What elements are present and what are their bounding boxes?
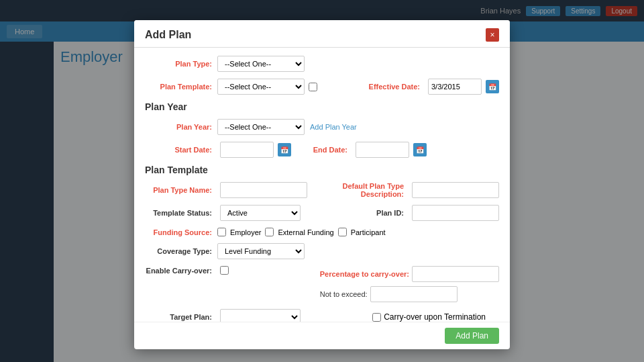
plan-id-input[interactable] xyxy=(412,205,499,221)
coverage-type-label: Coverage Type: xyxy=(145,247,212,255)
end-date-label: End Date: xyxy=(313,146,347,154)
target-plan-row: Target Plan: Carry-over upon Termination xyxy=(145,309,499,322)
target-plan-select[interactable] xyxy=(220,309,301,322)
coverage-type-select[interactable]: Level Funding xyxy=(217,243,305,259)
modal-footer: Add Plan xyxy=(134,322,510,349)
funding-external-checkbox[interactable] xyxy=(265,228,274,236)
template-status-select[interactable]: Active xyxy=(220,205,301,221)
add-plan-year-link[interactable]: Add Plan Year xyxy=(310,123,357,131)
plan-type-name-label: Plan Type Name: xyxy=(145,186,212,194)
plan-id-label: Plan ID: xyxy=(376,209,404,217)
plan-type-row: Plan Type: --Select One-- xyxy=(145,56,499,72)
modal-title: Add Plan xyxy=(145,29,191,41)
start-date-input[interactable] xyxy=(220,142,274,158)
start-date-label: Start Date: xyxy=(145,146,212,154)
plan-type-name-input[interactable] xyxy=(220,182,307,198)
funding-participant-checkbox[interactable] xyxy=(338,228,347,236)
modal-overlay: Add Plan × Plan Type: --Select One-- Pla… xyxy=(0,0,644,362)
plan-year-label: Plan Year: xyxy=(145,123,212,131)
carryover-termination-label: Carry-over upon Termination xyxy=(384,312,486,322)
plan-year-row: Plan Year: --Select One-- Add Plan Year xyxy=(145,119,499,135)
end-date-input[interactable] xyxy=(356,142,409,158)
plan-template-header: Plan Template xyxy=(145,165,499,177)
plan-template-select[interactable]: --Select One-- xyxy=(217,79,305,95)
add-plan-modal: Add Plan × Plan Type: --Select One-- Pla… xyxy=(134,20,510,349)
enable-carryover-label: Enable Carry-over: xyxy=(145,267,212,275)
plan-year-select[interactable]: --Select One-- xyxy=(217,119,305,135)
add-plan-button[interactable]: Add Plan xyxy=(445,328,499,344)
plan-template-checkbox[interactable] xyxy=(309,83,317,91)
effective-date-calendar-icon[interactable]: 📅 xyxy=(486,80,499,93)
funding-source-label: Funding Source: xyxy=(145,228,212,236)
template-status-row: Template Status: Active Plan ID: xyxy=(145,205,499,221)
not-to-exceed-input[interactable] xyxy=(370,286,458,302)
plan-template-effective-row: Plan Template: --Select One-- Effective … xyxy=(145,79,499,95)
funding-employer-checkbox[interactable] xyxy=(217,228,226,236)
carryover-termination-checkbox[interactable] xyxy=(372,313,381,322)
plan-type-name-row: Plan Type Name: Default Plan Type Descri… xyxy=(145,182,499,198)
end-date-calendar-icon[interactable]: 📅 xyxy=(413,143,427,156)
funding-source-row: Funding Source: Employer External Fundin… xyxy=(145,228,499,236)
plan-template-label: Plan Template: xyxy=(145,83,212,91)
effective-date-input[interactable] xyxy=(428,79,482,95)
enable-carryover-row: Enable Carry-over: Percentage to carry-o… xyxy=(145,266,499,302)
funding-employer-label: Employer xyxy=(230,228,261,236)
target-plan-label: Target Plan: xyxy=(145,313,212,321)
percentage-carryover-input[interactable] xyxy=(412,266,499,282)
start-date-calendar-icon[interactable]: 📅 xyxy=(278,143,291,156)
date-range-row: Start Date: 📅 End Date: 📅 xyxy=(145,142,427,158)
template-status-label: Template Status: xyxy=(145,209,212,217)
modal-body: Plan Type: --Select One-- Plan Template:… xyxy=(134,48,510,322)
plan-year-header: Plan Year xyxy=(145,101,499,114)
modal-header: Add Plan × xyxy=(134,20,510,48)
funding-participant-label: Participant xyxy=(351,228,386,236)
funding-source-options: Employer External Funding Participant xyxy=(217,228,386,236)
effective-date-label: Effective Date: xyxy=(369,83,420,91)
not-to-exceed-label: Not to exceed: xyxy=(320,290,368,298)
default-plan-type-desc-label: Default Plan Type Description: xyxy=(307,182,404,198)
percentage-carryover-label: Percentage to carry-over: xyxy=(320,270,409,278)
funding-external-label: External Funding xyxy=(278,228,333,236)
enable-carryover-checkbox[interactable] xyxy=(220,266,229,275)
coverage-type-row: Coverage Type: Level Funding xyxy=(145,243,499,259)
plan-type-select[interactable]: --Select One-- xyxy=(217,56,305,72)
default-plan-type-desc-input[interactable] xyxy=(412,182,499,198)
modal-close-button[interactable]: × xyxy=(486,28,499,42)
plan-type-label: Plan Type: xyxy=(145,60,212,68)
